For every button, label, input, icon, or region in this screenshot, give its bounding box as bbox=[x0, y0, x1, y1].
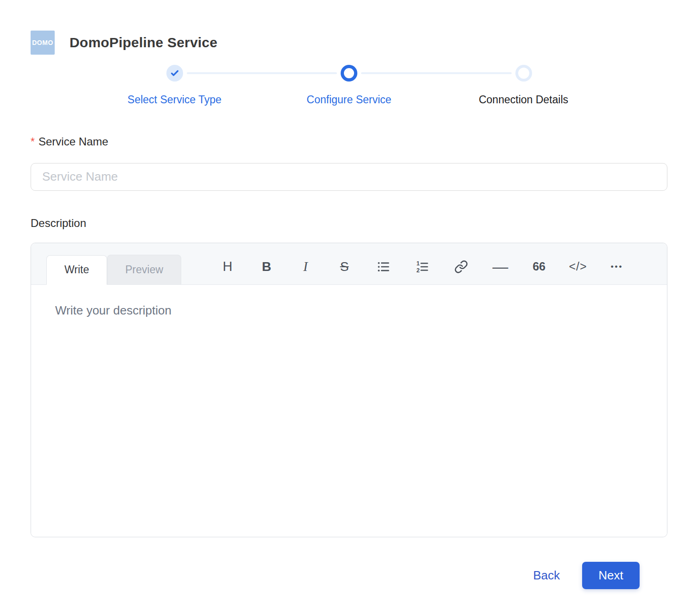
italic-icon[interactable]: I bbox=[298, 257, 313, 277]
more-icon[interactable]: ••• bbox=[609, 257, 625, 277]
app-header: DOMO DomoPipeline Service bbox=[0, 0, 698, 55]
bold-icon[interactable]: B bbox=[259, 257, 274, 277]
svg-text:2: 2 bbox=[417, 267, 420, 274]
domo-logo-text: DOMO bbox=[32, 39, 53, 46]
form-area: * Service Name Description Write Preview… bbox=[0, 135, 698, 589]
editor-toolbar: H B I S bbox=[208, 257, 636, 277]
unordered-list-icon[interactable] bbox=[375, 257, 391, 277]
back-button[interactable]: Back bbox=[533, 568, 560, 583]
service-name-label-row: * Service Name bbox=[31, 135, 667, 149]
strikethrough-icon[interactable]: S bbox=[336, 257, 352, 277]
check-icon bbox=[170, 68, 180, 78]
tab-preview[interactable]: Preview bbox=[107, 255, 181, 284]
step-completed-check-icon[interactable] bbox=[166, 65, 183, 82]
stepper-track bbox=[0, 65, 698, 82]
step-active-circle-icon[interactable] bbox=[341, 65, 357, 82]
page-title: DomoPipeline Service bbox=[70, 35, 217, 50]
configure-service-page: DOMO DomoPipeline Service Select Service… bbox=[0, 0, 698, 616]
required-asterisk: * bbox=[31, 135, 35, 149]
svg-text:1: 1 bbox=[417, 260, 420, 267]
stepper: Select Service Type Configure Service Co… bbox=[0, 65, 698, 108]
quote-icon[interactable]: 66 bbox=[531, 257, 547, 277]
heading-icon[interactable]: H bbox=[220, 257, 235, 277]
next-button[interactable]: Next bbox=[582, 562, 640, 589]
ordered-list-icon[interactable]: 1 2 bbox=[414, 257, 430, 277]
step-label-configure-service[interactable]: Configure Service bbox=[307, 94, 392, 106]
description-textarea[interactable] bbox=[31, 285, 667, 537]
editor-body bbox=[31, 285, 667, 537]
description-label: Description bbox=[31, 217, 667, 230]
step-label-select-service-type[interactable]: Select Service Type bbox=[127, 94, 222, 106]
domo-logo-icon: DOMO bbox=[31, 31, 55, 55]
step-label-connection-details[interactable]: Connection Details bbox=[479, 94, 568, 106]
editor-header: Write Preview H B I S bbox=[31, 243, 667, 285]
footer-actions: Back Next bbox=[31, 537, 667, 589]
stepper-connector-1 bbox=[187, 72, 337, 74]
description-editor: Write Preview H B I S bbox=[31, 243, 667, 537]
link-icon[interactable] bbox=[453, 257, 469, 277]
step-upcoming-circle-icon[interactable] bbox=[515, 65, 532, 82]
tab-write[interactable]: Write bbox=[46, 255, 107, 285]
service-name-input[interactable] bbox=[31, 163, 667, 191]
stepper-labels: Select Service Type Configure Service Co… bbox=[0, 94, 698, 108]
horizontal-rule-icon[interactable]: — bbox=[492, 257, 508, 277]
service-name-label: Service Name bbox=[38, 135, 108, 148]
code-icon[interactable]: </> bbox=[570, 257, 586, 277]
stepper-connector-2 bbox=[361, 72, 512, 74]
